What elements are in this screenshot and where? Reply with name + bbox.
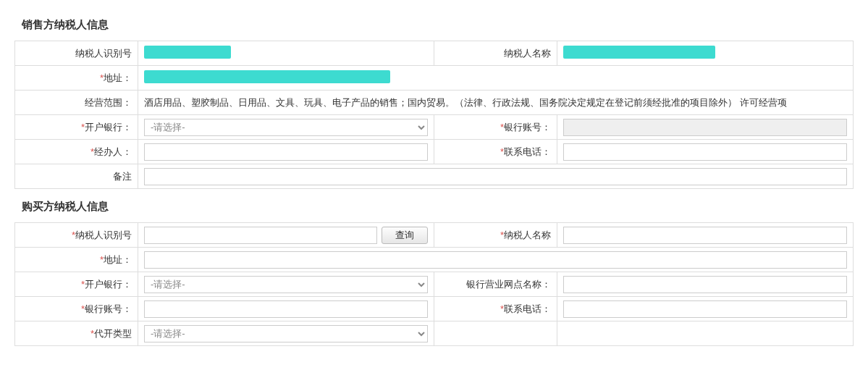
buyer-taxpayer-name-input[interactable] [563,227,847,244]
buyer-taxpayer-id-cell: 查询 [138,223,434,248]
buyer-bank-account-label: *银行账号： [15,297,138,321]
seller-remark-label: 备注 [15,164,138,189]
buyer-bank-label: *开户银行： [15,272,138,297]
buyer-phone-label: *联系电话： [434,297,557,321]
seller-scope-label: 经营范围： [15,91,138,115]
query-button[interactable]: 查询 [382,227,428,244]
seller-handler-cell [138,140,434,164]
seller-phone-cell [557,140,854,164]
seller-remark-cell [138,164,854,189]
buyer-branch-label: 银行营业网点名称： [434,272,557,297]
seller-bank-label: *开户银行： [15,115,138,140]
buyer-bank-select[interactable]: -请选择- [144,276,428,293]
redacted-block [563,46,715,59]
seller-handler-label: *经办人： [15,140,138,164]
seller-address-label: *地址： [15,66,138,91]
buyer-address-cell [138,248,854,272]
buyer-taxpayer-id-label: *纳税人识别号 [15,223,138,248]
seller-remark-input[interactable] [144,168,847,185]
buyer-address-input[interactable] [144,251,847,269]
buyer-branch-input[interactable] [563,276,847,293]
seller-bank-cell: -请选择- [138,115,434,140]
seller-handler-input[interactable] [144,143,428,161]
empty-label [434,321,557,346]
buyer-form-table: *纳税人识别号 查询 *纳税人名称 *地址： *开户银行： -请选择- 银行营业… [14,222,854,346]
buyer-section-title: 购买方纳税人信息 [22,200,854,214]
buyer-taxpayer-name-cell [557,223,854,248]
buyer-phone-input[interactable] [563,300,847,318]
buyer-taxpayer-name-label: *纳税人名称 [434,223,557,248]
buyer-bank-account-cell [138,297,434,321]
buyer-address-label: *地址： [15,248,138,272]
buyer-bank-account-input[interactable] [144,300,428,318]
buyer-type-select[interactable]: -请选择- [144,325,428,342]
seller-taxpayer-id-value [138,41,434,66]
buyer-phone-cell [557,297,854,321]
seller-bank-select[interactable]: -请选择- [144,119,428,136]
seller-section-title: 销售方纳税人信息 [22,18,854,32]
buyer-type-cell: -请选择- [138,321,434,346]
buyer-branch-cell [557,272,854,297]
buyer-type-label: *代开类型 [15,321,138,346]
seller-taxpayer-name-value [557,41,854,66]
empty-cell [557,321,854,346]
seller-taxpayer-name-label: 纳税人名称 [434,41,557,66]
redacted-block [144,46,231,59]
seller-scope-value: 酒店用品、塑胶制品、日用品、文具、玩具、电子产品的销售；国内贸易。（法律、行政法… [138,91,854,115]
buyer-taxpayer-id-input[interactable] [144,227,377,244]
seller-phone-label: *联系电话： [434,140,557,164]
seller-phone-input[interactable] [563,143,847,161]
seller-form-table: 纳税人识别号 纳税人名称 *地址： 经营范围： 酒店用品、塑胶制品、日用品、文具… [14,41,854,189]
seller-bank-account-input[interactable] [563,119,847,136]
seller-bank-account-cell [557,115,854,140]
seller-bank-account-label: *银行账号： [434,115,557,140]
seller-address-value [138,66,854,91]
redacted-block [144,70,390,83]
buyer-bank-cell: -请选择- [138,272,434,297]
seller-taxpayer-id-label: 纳税人识别号 [15,41,138,66]
